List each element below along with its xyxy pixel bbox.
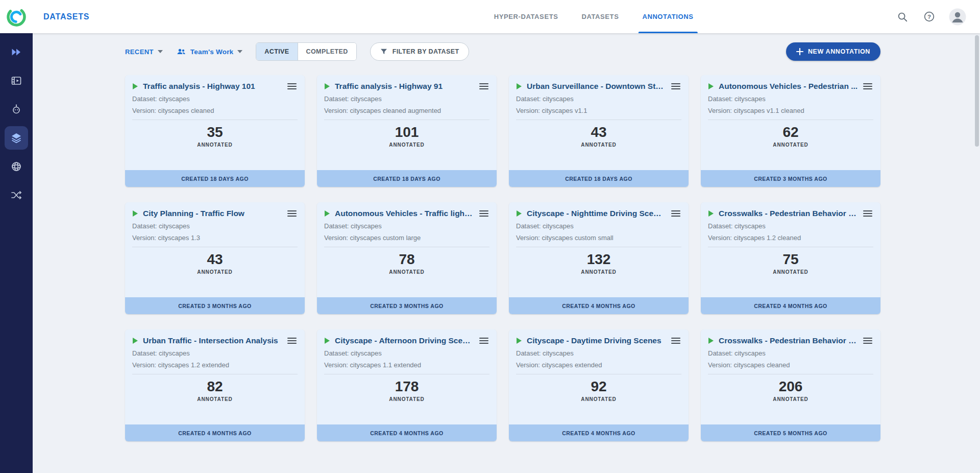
card-header: Cityscape - Afternoon Driving Scenes — [324, 336, 489, 345]
play-icon — [708, 210, 715, 217]
hamburger-menu-icon — [479, 210, 488, 217]
annotation-card[interactable]: Crosswalks - Pedestrian Behavior P... Da… — [701, 329, 880, 441]
scrollbar-thumb[interactable] — [975, 35, 979, 147]
card-title: Autonomous Vehicles - Pedestrian ... — [719, 82, 858, 91]
sidebar-item-tasks[interactable] — [5, 126, 28, 150]
card-menu-button[interactable] — [286, 209, 298, 218]
annotation-card[interactable]: Cityscape - Daytime Driving Scenes Datas… — [509, 329, 689, 441]
sidebar-item-labeling[interactable] — [5, 98, 28, 121]
annotation-card[interactable]: Traffic analysis - Highway 91 Dataset: c… — [317, 75, 497, 187]
card-title: Cityscape - Nighttime Driving Scenes — [527, 209, 666, 218]
card-created-footer: CREATED 18 DAYS AGO — [509, 170, 689, 187]
tab-hyper-datasets[interactable]: HYPER-DATASETS — [494, 0, 558, 33]
play-icon — [516, 83, 523, 90]
scrollbar-track[interactable] — [975, 34, 979, 471]
annotation-card[interactable]: Autonomous Vehicles - Pedestrian ... Dat… — [701, 75, 880, 187]
hamburger-menu-icon — [671, 83, 680, 90]
sidebar-item-data[interactable] — [5, 69, 28, 92]
card-header: Urban Surveillance - Downtown Stre... — [516, 82, 681, 91]
card-title: Autonomous Vehicles - Traffic light ... — [335, 209, 474, 218]
hamburger-menu-icon — [863, 83, 872, 90]
annotation-card[interactable]: Cityscape - Afternoon Driving Scenes Dat… — [317, 329, 497, 441]
sidebar-item-pipelines[interactable] — [5, 183, 28, 207]
toggle-active[interactable]: ACTIVE — [256, 43, 297, 60]
fast-forward-icon — [10, 46, 22, 58]
annotation-card[interactable]: Autonomous Vehicles - Traffic light ... … — [317, 202, 497, 314]
card-header: Urban Traffic - Intersection Analysis — [132, 336, 298, 345]
card-menu-button[interactable] — [478, 336, 489, 345]
card-dataset: Dataset: cityscapes — [132, 349, 298, 357]
card-title: Crosswalks - Pedestrian Behavior P... — [719, 209, 858, 218]
chevron-down-icon — [237, 50, 242, 53]
card-menu-button[interactable] — [670, 82, 681, 91]
card-header: Cityscape - Daytime Driving Scenes — [516, 336, 681, 345]
play-icon — [132, 83, 139, 90]
search-button[interactable] — [895, 10, 910, 24]
team-icon — [176, 46, 186, 57]
card-title: Urban Surveillance - Downtown Stre... — [527, 82, 666, 91]
scope-dropdown[interactable]: Team's Work — [176, 46, 242, 57]
card-menu-button[interactable] — [670, 336, 681, 345]
annotation-card[interactable]: Urban Surveillance - Downtown Stre... Da… — [509, 75, 689, 187]
annotated-label: ANNOTATED — [324, 142, 489, 148]
tab-annotations[interactable]: ANNOTATIONS — [642, 0, 693, 33]
film-strip-icon — [10, 75, 22, 87]
annotated-label: ANNOTATED — [708, 396, 873, 402]
annotated-count: 43 — [516, 125, 681, 140]
annotation-card[interactable]: Cityscape - Nighttime Driving Scenes Dat… — [509, 202, 689, 314]
annotated-label: ANNOTATED — [132, 269, 298, 275]
sidebar-item-models[interactable] — [5, 155, 28, 178]
card-title: Traffic analysis - Highway 91 — [335, 82, 474, 91]
card-menu-button[interactable] — [862, 336, 873, 345]
play-icon — [132, 210, 139, 217]
new-annotation-button[interactable]: NEW ANNOTATION — [786, 42, 880, 61]
card-version: Version: cityscapes 1.3 — [132, 234, 298, 242]
card-menu-button[interactable] — [478, 82, 489, 91]
card-version: Version: cityscapes v1.1 cleaned — [708, 107, 873, 114]
card-menu-button[interactable] — [478, 209, 489, 218]
annotated-count: 92 — [516, 379, 681, 395]
card-menu-button[interactable] — [862, 209, 873, 218]
user-avatar[interactable] — [948, 8, 967, 26]
card-menu-button[interactable] — [286, 82, 298, 91]
card-menu-button[interactable] — [286, 336, 298, 345]
svg-text:?: ? — [927, 14, 930, 20]
annotated-count: 43 — [132, 252, 298, 268]
play-icon — [516, 210, 523, 217]
logo-mark — [5, 6, 28, 28]
card-version: Version: cityscapes extended — [516, 361, 681, 369]
page-title: DATASETS — [43, 12, 89, 21]
card-menu-button[interactable] — [670, 209, 681, 218]
annotated-label: ANNOTATED — [516, 269, 681, 275]
annotation-card[interactable]: Traffic analysis - Highway 101 Dataset: … — [125, 75, 305, 187]
card-created-footer: CREATED 5 MONTHS AGO — [701, 424, 880, 441]
annotation-card[interactable]: Urban Traffic - Intersection Analysis Da… — [125, 329, 305, 441]
new-annotation-label: NEW ANNOTATION — [808, 48, 870, 55]
app-logo[interactable] — [5, 5, 28, 29]
card-header: Autonomous Vehicles - Pedestrian ... — [708, 82, 873, 91]
annotation-card[interactable]: City Planning - Traffic Flow Dataset: ci… — [125, 202, 305, 314]
card-title: City Planning - Traffic Flow — [143, 209, 282, 218]
app-root: DATASETS HYPER-DATASETS DATASETS ANNOTAT… — [0, 0, 980, 473]
filter-by-dataset-label: FILTER BY DATASET — [393, 48, 459, 55]
plus-icon — [796, 48, 803, 55]
annotation-card[interactable]: Crosswalks - Pedestrian Behavior P... Da… — [701, 202, 880, 314]
filter-by-dataset-button[interactable]: FILTER BY DATASET — [370, 42, 469, 61]
card-menu-button[interactable] — [862, 82, 873, 91]
sort-dropdown[interactable]: RECENT — [125, 48, 163, 56]
card-divider — [132, 120, 298, 120]
toggle-completed[interactable]: COMPLETED — [298, 43, 356, 60]
card-dataset: Dataset: cityscapes — [324, 222, 489, 230]
pipelines-icon — [10, 189, 22, 201]
hamburger-menu-icon — [287, 337, 297, 344]
card-dataset: Dataset: cityscapes — [708, 95, 873, 103]
sidebar-item-start[interactable] — [5, 40, 28, 64]
help-button[interactable]: ? — [922, 10, 936, 24]
play-icon — [324, 337, 331, 344]
tab-datasets[interactable]: DATASETS — [581, 0, 619, 33]
card-title: Traffic analysis - Highway 101 — [143, 82, 282, 91]
card-version: Version: cityscapes cleaned augmented — [324, 107, 489, 114]
card-body: City Planning - Traffic Flow Dataset: ci… — [125, 202, 305, 297]
card-created-footer: CREATED 3 MONTHS AGO — [701, 170, 880, 187]
funnel-icon — [380, 48, 388, 56]
